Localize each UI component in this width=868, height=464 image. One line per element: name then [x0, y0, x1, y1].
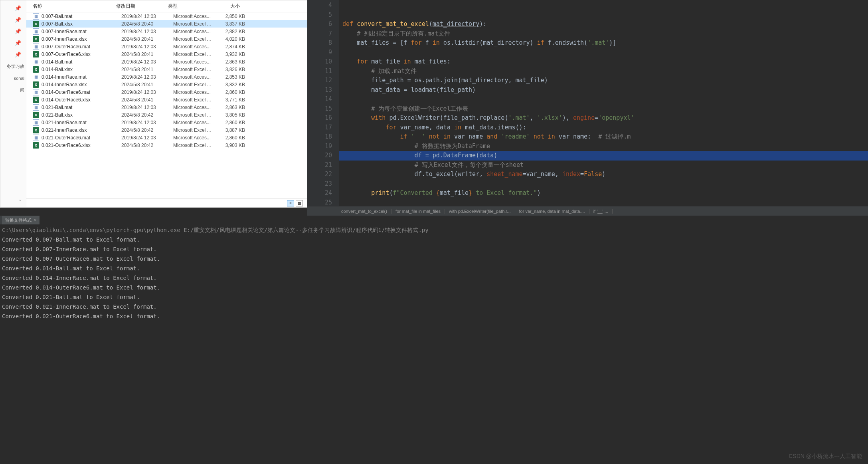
breadcrumb-item[interactable]: if '__' ... — [589, 209, 613, 214]
file-name: 0.021-Ball.xlsx — [42, 112, 121, 118]
file-name: 0.021-OuterRace6.mat — [42, 135, 121, 141]
file-row[interactable]: x0.007-Ball.xlsx2024/5/8 20:40Microsoft … — [26, 20, 307, 28]
code-line[interactable]: # 写入Excel文件，每个变量一个sheet — [339, 161, 868, 170]
code-line[interactable] — [339, 95, 868, 104]
file-row[interactable]: ▦0.021-OuterRace6.mat2019/8/24 12:03Micr… — [26, 134, 307, 141]
file-row[interactable]: ▦0.007-OuterRace6.mat2019/8/24 12:03Micr… — [26, 43, 307, 50]
code-editor[interactable]: 45678910111213141516171819202122232425 d… — [307, 0, 868, 216]
file-size: 4,020 KB — [217, 36, 253, 42]
file-size: 2,860 KB — [217, 89, 253, 95]
code-line[interactable]: for mat_file in mat_files: — [339, 57, 868, 67]
file-size: 3,837 KB — [217, 21, 253, 27]
pin-icon[interactable]: 📌 — [15, 28, 21, 34]
col-date[interactable]: 修改日期 — [116, 3, 168, 10]
code-line[interactable]: # 为每个变量创建一个Excel工作表 — [339, 104, 868, 114]
file-row[interactable]: ▦0.007-Ball.mat2019/8/24 12:03Microsoft … — [26, 12, 307, 20]
breadcrumb-item[interactable]: convert_mat_to_excel() — [337, 209, 391, 214]
line-number: 12 — [307, 76, 332, 85]
pin-icon[interactable]: 📌 — [15, 5, 21, 11]
file-row[interactable]: x0.007-OuterRace6.xlsx2024/5/8 20:41Micr… — [26, 50, 307, 58]
file-type: Microsoft Acces... — [173, 44, 217, 50]
pin-icon[interactable]: 📌 — [15, 17, 21, 23]
file-row[interactable]: ▦0.014-OuterRace6.mat2019/8/24 12:03Micr… — [26, 88, 307, 96]
file-name: 0.014-OuterRace6.xlsx — [42, 97, 121, 103]
code-line[interactable] — [339, 10, 868, 20]
file-row[interactable]: x0.007-InnerRace.xlsx2024/5/8 20:41Micro… — [26, 35, 307, 43]
xlsx-file-icon: x — [33, 21, 39, 27]
file-size: 2,882 KB — [217, 29, 253, 34]
line-number: 24 — [307, 188, 332, 198]
col-name[interactable]: 名称 — [26, 3, 116, 10]
view-details-icon[interactable]: ≡ — [287, 200, 294, 206]
breadcrumb-item[interactable]: for mat_file in mat_files — [391, 209, 445, 214]
file-row[interactable]: x0.021-InnerRace.xlsx2024/5/8 20:42Micro… — [26, 126, 307, 134]
code-line[interactable]: def convert_mat_to_excel(mat_directory): — [339, 20, 868, 29]
file-row[interactable]: ▦0.014-InnerRace.mat2019/8/24 12:03Micro… — [26, 73, 307, 81]
col-size[interactable]: 大小 — [212, 3, 248, 10]
line-number: 20 — [307, 151, 332, 161]
file-list[interactable]: ▦0.007-Ball.mat2019/8/24 12:03Microsoft … — [26, 12, 307, 198]
code-area[interactable]: def convert_mat_to_excel(mat_directory):… — [339, 0, 868, 216]
file-date: 2024/5/8 20:42 — [121, 127, 173, 133]
breadcrumb-item[interactable]: with pd.ExcelWriter(file_path.r... — [445, 209, 515, 214]
code-line[interactable]: mat_files = [f for f in os.listdir(mat_d… — [339, 38, 868, 48]
sidebar-label[interactable]: sonal — [14, 76, 24, 81]
file-size: 2,863 KB — [217, 59, 253, 65]
view-tiles-icon[interactable]: ▦ — [296, 200, 303, 206]
mat-file-icon: ▦ — [33, 28, 39, 35]
close-icon[interactable]: × — [34, 218, 36, 222]
code-line[interactable]: mat_data = loadmat(file_path) — [339, 85, 868, 95]
line-number: 18 — [307, 132, 332, 142]
mat-file-icon: ▦ — [33, 44, 39, 50]
col-type[interactable]: 类型 — [168, 3, 212, 10]
mat-file-icon: ▦ — [33, 89, 39, 95]
file-date: 2019/8/24 12:03 — [121, 29, 173, 34]
file-date: 2019/8/24 12:03 — [121, 89, 173, 95]
terminal-tab[interactable]: 转换文件格式 × — [2, 216, 40, 224]
code-line[interactable]: file_path = os.path.join(mat_directory, … — [339, 76, 868, 85]
file-date: 2019/8/24 12:03 — [121, 135, 173, 141]
terminal-output[interactable]: C:\Users\qiaolikui\.conda\envs\pytorch-g… — [0, 224, 868, 464]
code-line[interactable]: if '__' not in var_name and 'readme' not… — [339, 132, 868, 142]
code-line[interactable]: print(f"Converted {mat_file} to Excel fo… — [339, 188, 868, 198]
file-row[interactable]: ▦0.021-Ball.mat2019/8/24 12:03Microsoft … — [26, 103, 307, 111]
code-line[interactable] — [339, 179, 868, 189]
code-line[interactable] — [339, 1, 868, 10]
code-line[interactable] — [339, 48, 868, 58]
file-type: Microsoft Excel ... — [173, 67, 217, 72]
file-row[interactable]: x0.014-OuterRace6.xlsx2024/5/8 20:41Micr… — [26, 96, 307, 103]
file-row[interactable]: x0.021-Ball.xlsx2024/5/8 20:42Microsoft … — [26, 111, 307, 119]
code-line[interactable]: 💡 df = pd.DataFrame(data) — [339, 151, 868, 161]
pin-icon[interactable]: 📌 — [15, 40, 21, 46]
file-size: 2,860 KB — [217, 135, 253, 141]
file-row[interactable]: x0.021-OuterRace6.xlsx2024/5/8 20:42Micr… — [26, 141, 307, 149]
mat-file-icon: ▦ — [33, 119, 39, 126]
breadcrumb-item[interactable]: for var_name, data in mat_data.... — [515, 209, 589, 214]
code-line[interactable]: df.to_excel(writer, sheet_name=var_name,… — [339, 170, 868, 179]
sidebar-label[interactable]: 间 — [20, 87, 24, 93]
editor-breadcrumb[interactable]: convert_mat_to_excel()for mat_file in ma… — [307, 206, 868, 216]
file-row[interactable]: ▦0.021-InnerRace.mat2019/8/24 12:03Micro… — [26, 119, 307, 126]
sidebar-label[interactable]: 务学习故 — [7, 63, 24, 69]
file-type: Microsoft Excel ... — [173, 82, 217, 87]
xlsx-file-icon: x — [33, 81, 39, 88]
file-type: Microsoft Acces... — [173, 14, 217, 19]
file-size: 2,853 KB — [217, 74, 253, 80]
code-line[interactable]: for var_name, data in mat_data.items(): — [339, 123, 868, 133]
mat-file-icon: ▦ — [33, 59, 39, 65]
file-type: Microsoft Acces... — [173, 74, 217, 80]
file-row[interactable]: ▦0.007-InnerRace.mat2019/8/24 12:03Micro… — [26, 28, 307, 35]
code-line[interactable]: # 将数据转换为DataFrame — [339, 142, 868, 151]
code-line[interactable]: with pd.ExcelWriter(file_path.replace('.… — [339, 113, 868, 123]
pin-icon[interactable]: 📌 — [15, 52, 21, 58]
file-name: 0.014-Ball.mat — [42, 59, 121, 65]
file-type: Microsoft Excel ... — [173, 112, 217, 118]
file-row[interactable]: ▦0.014-Ball.mat2019/8/24 12:03Microsoft … — [26, 58, 307, 65]
collapse-icon[interactable]: ⌄ — [15, 194, 25, 205]
explorer-columns-header[interactable]: 名称 修改日期 类型 大小 — [26, 0, 307, 12]
file-row[interactable]: x0.014-InnerRace.xlsx2024/5/8 20:41Micro… — [26, 81, 307, 88]
file-row[interactable]: x0.014-Ball.xlsx2024/5/8 20:41Microsoft … — [26, 65, 307, 73]
code-line[interactable]: # 加载.mat文件 — [339, 67, 868, 76]
code-line[interactable]: # 列出指定目录下的所有.mat文件 — [339, 29, 868, 39]
file-name: 0.014-InnerRace.mat — [42, 74, 121, 80]
